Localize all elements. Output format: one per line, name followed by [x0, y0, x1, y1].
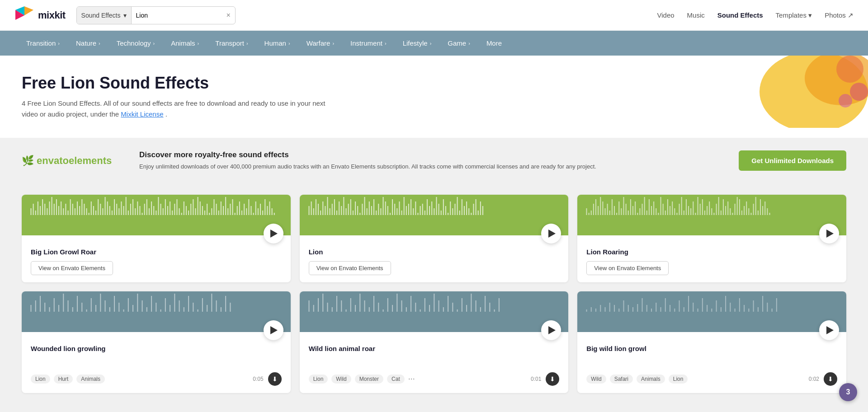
svg-point-5: [836, 56, 863, 83]
tag-cat[interactable]: Cat: [387, 375, 405, 384]
duration-6: 0:02: [809, 376, 819, 382]
category-nature-label: Nature: [76, 39, 96, 47]
category-transition[interactable]: Transition ›: [18, 31, 68, 56]
category-human-chevron: ›: [288, 41, 290, 46]
category-technology-chevron: ›: [153, 41, 155, 46]
play-button-5[interactable]: [541, 320, 561, 340]
play-icon-6: [826, 326, 834, 334]
envato-heading: Discover more royalty-free sound effects: [139, 150, 721, 159]
card-footer-right-6: 0:02 ⬇: [809, 372, 837, 386]
play-icon-4: [270, 326, 278, 334]
search-input[interactable]: [132, 12, 222, 19]
play-button-2[interactable]: [541, 224, 561, 243]
waveform-4: [22, 291, 291, 332]
envato-leaf-icon: 🌿: [22, 155, 34, 167]
hero-decoration: [732, 56, 868, 128]
card-title-5: Wild lion animal roar: [309, 345, 560, 352]
search-type-dropdown[interactable]: Sound Effects ▾: [77, 7, 132, 24]
category-instrument-chevron: ›: [385, 41, 387, 46]
play-button-3[interactable]: [819, 224, 839, 243]
download-button-5[interactable]: ⬇: [546, 372, 559, 386]
category-technology[interactable]: Technology ›: [108, 31, 163, 56]
category-warfare[interactable]: Warfare ›: [298, 31, 342, 56]
nav-templates[interactable]: Templates ▾: [776, 11, 812, 19]
card-body-3: Lion Roaring View on Envato Elements: [577, 235, 846, 282]
sound-card-6: Big wild lion growl Wild Safari Animals …: [577, 291, 846, 393]
tag-wild-2[interactable]: Wild: [586, 375, 606, 384]
more-tags-button-5[interactable]: ···: [408, 374, 415, 384]
play-button-1[interactable]: [264, 224, 283, 243]
search-type-label: Sound Effects: [81, 12, 121, 19]
category-human-label: Human: [264, 39, 286, 47]
waveform-5: [300, 291, 569, 332]
card-footer-5: Lion Wild Monster Cat ··· 0:01 ⬇: [300, 365, 569, 393]
logo[interactable]: mixkit: [14, 5, 66, 25]
card-footer-right-4: 0:05 ⬇: [253, 372, 281, 386]
get-unlimited-downloads-button[interactable]: Get Unlimited Downloads: [739, 150, 846, 171]
category-transition-label: Transition: [26, 39, 56, 47]
tag-lion-2[interactable]: Lion: [309, 375, 328, 384]
category-transport[interactable]: Transport ›: [207, 31, 256, 56]
card-body-2: Lion View on Envato Elements: [300, 235, 569, 282]
category-animals[interactable]: Animals ›: [163, 31, 207, 56]
hero-description: 4 Free Lion Sound Effects. All of our so…: [22, 98, 338, 120]
category-animals-label: Animals: [171, 39, 195, 47]
category-instrument-label: Instrument: [350, 39, 382, 47]
envato-banner: 🌿 envatoelements Discover more royalty-f…: [0, 138, 868, 184]
tag-animals-1[interactable]: Animals: [76, 375, 105, 384]
play-button-6[interactable]: [819, 320, 839, 340]
tag-lion-1[interactable]: Lion: [31, 375, 50, 384]
category-nature[interactable]: Nature ›: [68, 31, 108, 56]
sound-card-5: Wild lion animal roar Lion Wild Monster …: [300, 291, 569, 393]
card-title-6: Big wild lion growl: [586, 345, 837, 352]
dropdown-chevron-icon: ▾: [123, 12, 127, 19]
play-icon-3: [826, 229, 834, 238]
card-body-1: Big Lion Growl Roar View on Envato Eleme…: [22, 235, 291, 282]
nav-music[interactable]: Music: [687, 11, 705, 19]
tag-monster[interactable]: Monster: [355, 375, 383, 384]
category-game[interactable]: Game ›: [439, 31, 478, 56]
play-button-4[interactable]: [264, 320, 283, 340]
top-cards-grid: Big Lion Growl Roar View on Envato Eleme…: [22, 195, 846, 282]
envato-description: Discover more royalty-free sound effects…: [139, 150, 721, 171]
tag-safari[interactable]: Safari: [610, 375, 633, 384]
tag-hurt[interactable]: Hurt: [54, 375, 73, 384]
download-button-4[interactable]: ⬇: [268, 372, 282, 386]
view-envato-button-2[interactable]: View on Envato Elements: [309, 261, 391, 275]
category-lifestyle[interactable]: Lifestyle ›: [395, 31, 440, 56]
envato-logo: 🌿 envatoelements: [22, 155, 121, 167]
search-bar: Sound Effects ▾ ×: [76, 6, 236, 24]
tag-animals-2[interactable]: Animals: [637, 375, 665, 384]
download-icon-6: ⬇: [828, 375, 833, 383]
category-instrument[interactable]: Instrument ›: [342, 31, 395, 56]
category-lifestyle-chevron: ›: [430, 41, 432, 46]
logo-icon: [14, 5, 34, 25]
view-envato-button-3[interactable]: View on Envato Elements: [586, 261, 669, 275]
sound-cards-section: Big Lion Growl Roar View on Envato Eleme…: [0, 184, 868, 412]
nav-sound-effects[interactable]: Sound Effects: [717, 11, 763, 19]
tag-wild[interactable]: Wild: [331, 375, 351, 384]
tag-lion-3[interactable]: Lion: [669, 375, 688, 384]
category-warfare-label: Warfare: [307, 39, 330, 47]
category-more[interactable]: More: [478, 31, 510, 56]
notification-badge[interactable]: 3: [839, 383, 857, 401]
card-body-4: Wounded lion growling: [22, 332, 291, 365]
download-button-6[interactable]: ⬇: [824, 372, 837, 386]
card-title-1: Big Lion Growl Roar: [31, 248, 282, 256]
category-warfare-chevron: ›: [332, 41, 334, 46]
logo-text: mixkit: [38, 9, 66, 21]
sound-card-3: Lion Roaring View on Envato Elements: [577, 195, 846, 282]
play-icon-2: [548, 229, 556, 238]
header: mixkit Sound Effects ▾ × Video Music Sou…: [0, 0, 868, 31]
view-envato-button-1[interactable]: View on Envato Elements: [31, 261, 113, 275]
category-human[interactable]: Human ›: [256, 31, 298, 56]
svg-point-6: [850, 83, 868, 101]
category-transport-label: Transport: [215, 39, 244, 47]
category-technology-label: Technology: [117, 39, 151, 47]
mixkit-license-link[interactable]: Mixkit License: [121, 110, 163, 118]
nav-video[interactable]: Video: [657, 11, 674, 19]
search-clear-button[interactable]: ×: [222, 11, 235, 19]
nav-photos[interactable]: Photos ↗: [825, 11, 854, 19]
category-bar: Transition › Nature › Technology › Anima…: [0, 31, 868, 56]
card-title-4: Wounded lion growling: [31, 345, 282, 352]
